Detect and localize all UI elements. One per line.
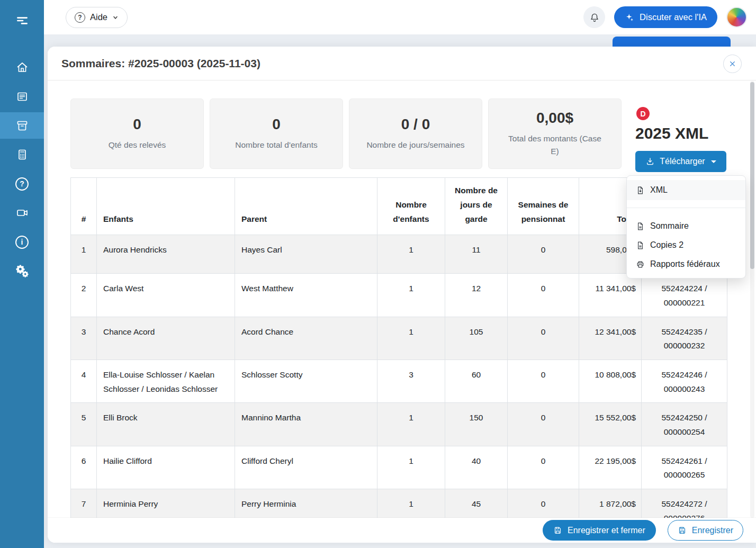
- sidebar-item-home[interactable]: [0, 54, 44, 80]
- file-download-icon: [636, 186, 645, 195]
- save-close-label: Enregistrer et fermer: [568, 526, 645, 535]
- column-header-jours-garde: Nombre de jours de garde: [445, 178, 508, 235]
- table-cell: 0: [508, 403, 579, 446]
- menu-item-label: Sommaire: [650, 221, 689, 231]
- menu-item-rapports[interactable]: Rapports fédéraux: [627, 255, 745, 274]
- caret-down-icon: [711, 160, 716, 163]
- stat-label: Nombre total d'enfants: [235, 139, 317, 151]
- table-cell: Chance Acord: [97, 317, 235, 360]
- table-cell: 552424246 / 000000243: [642, 360, 727, 403]
- close-icon: [728, 60, 736, 68]
- video-camera-icon: [16, 206, 29, 219]
- stat-label: Total des montants (Case E): [503, 132, 606, 158]
- table-cell: 2: [71, 274, 97, 317]
- menu-button[interactable]: [0, 7, 44, 34]
- bell-icon: [589, 12, 600, 23]
- help-button[interactable]: ? Aide: [66, 7, 128, 28]
- page-title: Sommaires: #2025-00003 (2025-11-03): [61, 57, 260, 70]
- menu-item-copies[interactable]: Copies 2: [627, 236, 745, 255]
- table-cell: 3: [71, 317, 97, 360]
- table-cell: 11 341,00$: [579, 274, 642, 317]
- table-cell: 11: [445, 235, 508, 274]
- save-button[interactable]: Enregistrer: [668, 520, 743, 541]
- stat-card-jours: 0 / 0 Nombre de jours/semaines: [349, 98, 482, 169]
- table-cell: 0: [508, 446, 579, 489]
- table-cell: 1: [377, 235, 445, 274]
- save-icon: [678, 526, 687, 535]
- table-cell: 552424235 / 000000232: [642, 317, 727, 360]
- table-cell: Hailie Clifford: [97, 446, 235, 489]
- table-cell: 0: [508, 360, 579, 403]
- scrollbar-thumb[interactable]: [750, 82, 754, 269]
- table-cell: Hayes Carl: [235, 235, 377, 274]
- stat-card-montants: 0,00$ Total des montants (Case E): [488, 98, 622, 169]
- avatar[interactable]: [726, 7, 747, 28]
- table-cell: 40: [445, 446, 508, 489]
- gears-icon: [15, 264, 29, 278]
- chat-ai-button[interactable]: Discuter avec l'IA: [614, 6, 717, 28]
- column-header-num: #: [71, 178, 97, 235]
- table-row: 2Carla WestWest Matthew112011 341,00$552…: [71, 274, 727, 317]
- table-row: 4Ella-Louise Schlosser / Kaelan Schlosse…: [71, 360, 727, 403]
- sidebar-item-video[interactable]: [0, 200, 44, 226]
- topbar-right: Discuter avec l'IA: [583, 6, 747, 28]
- stat-value: 0: [272, 116, 281, 133]
- modal-footer: Enregistrer et fermer Enregistrer: [48, 518, 756, 543]
- menu-icon: [15, 14, 29, 28]
- table-cell: 22 195,00$: [579, 446, 642, 489]
- help-icon: ?: [75, 12, 85, 23]
- menu-divider: [627, 208, 745, 208]
- notifications-button[interactable]: [583, 6, 605, 28]
- table-cell: 150: [445, 403, 508, 446]
- column-header-enfants: Enfants: [97, 178, 235, 235]
- menu-item-xml[interactable]: XML: [627, 180, 745, 200]
- download-icon: [645, 157, 655, 166]
- table-cell: 1: [377, 403, 445, 446]
- stat-card-enfants: 0 Nombre total d'enfants: [210, 98, 343, 169]
- table-cell: 10 808,00$: [579, 360, 642, 403]
- stat-label: Qté des relevés: [109, 139, 166, 151]
- sidebar-item-list[interactable]: [0, 83, 44, 110]
- xml-panel: D 2025 XML Télécharger: [635, 105, 726, 172]
- save-close-button[interactable]: Enregistrer et fermer: [543, 520, 656, 541]
- topbar: ? Aide Discuter avec l'IA: [44, 0, 756, 34]
- table-cell: 1: [377, 446, 445, 489]
- help-button-label: Aide: [90, 12, 107, 22]
- table-cell: 1: [377, 317, 445, 360]
- sidebar-item-settings[interactable]: [0, 258, 44, 284]
- stat-value: 0,00$: [536, 110, 573, 127]
- table-cell: 4: [71, 360, 97, 403]
- table-cell: West Matthew: [235, 274, 377, 317]
- table-cell: Elli Brock: [97, 403, 235, 446]
- close-button[interactable]: [723, 55, 742, 73]
- archive-icon: [16, 119, 29, 132]
- file-text-icon: [636, 222, 645, 231]
- menu-item-label: XML: [650, 185, 668, 195]
- column-header-parent: Parent: [235, 178, 377, 235]
- menu-item-label: Rapports fédéraux: [650, 259, 720, 269]
- sidebar-item-help[interactable]: ?: [0, 170, 44, 197]
- table-cell: 105: [445, 317, 508, 360]
- table-cell: 6: [71, 446, 97, 489]
- question-circle-icon: ?: [15, 177, 29, 191]
- table-row: 3Chance AcordAcord Chance1105012 341,00$…: [71, 317, 727, 360]
- sidebar-item-archive[interactable]: [0, 112, 44, 139]
- menu-item-sommaire[interactable]: Sommaire: [627, 217, 745, 236]
- chat-ai-label: Discuter avec l'IA: [640, 12, 707, 22]
- sidebar-item-info[interactable]: i: [0, 229, 44, 255]
- table-row: 6Hailie CliffordClifford Cheryl140022 19…: [71, 446, 727, 489]
- menu-item-label: Copies 2: [650, 240, 683, 250]
- table-cell: Schlosser Scotty: [235, 360, 377, 403]
- save-label: Enregistrer: [692, 526, 733, 535]
- summary-table-body: 1Aurora HendricksHayes Carl1110598,00$2C…: [71, 235, 727, 532]
- calculator-icon: [16, 148, 29, 161]
- summary-modal: Sommaires: #2025-00003 (2025-11-03) 0 Qt…: [48, 47, 756, 543]
- sidebar-item-calculator[interactable]: [0, 141, 44, 168]
- home-icon: [16, 61, 29, 74]
- table-cell: Aurora Hendricks: [97, 235, 235, 274]
- download-button[interactable]: Télécharger: [635, 151, 726, 172]
- table-cell: 1: [71, 235, 97, 274]
- table-cell: 12 341,00$: [579, 317, 642, 360]
- table-cell: 1: [377, 274, 445, 317]
- file-text-icon: [636, 241, 645, 250]
